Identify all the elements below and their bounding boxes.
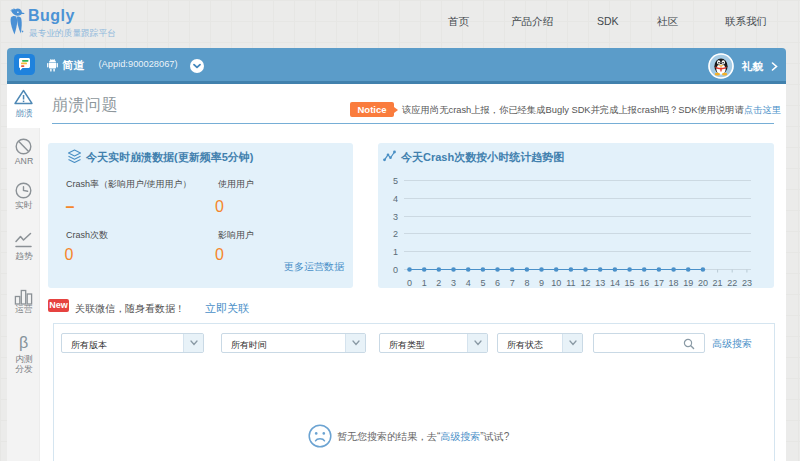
svg-text:2: 2 — [393, 229, 398, 239]
svg-text:19: 19 — [683, 278, 693, 288]
svg-text:21: 21 — [713, 278, 723, 288]
svg-text:8: 8 — [524, 278, 529, 288]
svg-text:7: 7 — [510, 278, 515, 288]
svg-text:3: 3 — [393, 212, 398, 222]
svg-text:4: 4 — [393, 194, 398, 204]
svg-text:16: 16 — [639, 278, 649, 288]
svg-text:17: 17 — [654, 278, 664, 288]
svg-text:10: 10 — [551, 278, 561, 288]
svg-text:18: 18 — [669, 278, 679, 288]
svg-text:9: 9 — [539, 278, 544, 288]
svg-text:11: 11 — [566, 278, 575, 288]
svg-text:14: 14 — [610, 278, 620, 288]
svg-text:5: 5 — [393, 176, 398, 186]
svg-text:13: 13 — [595, 278, 605, 288]
svg-text:12: 12 — [580, 278, 590, 288]
svg-text:22: 22 — [727, 278, 737, 288]
svg-text:0: 0 — [407, 278, 412, 288]
svg-text:2: 2 — [436, 278, 441, 288]
svg-text:0: 0 — [393, 265, 398, 275]
svg-text:20: 20 — [698, 278, 708, 288]
svg-text:3: 3 — [451, 278, 456, 288]
svg-text:23: 23 — [742, 278, 752, 288]
svg-text:1: 1 — [393, 247, 398, 257]
svg-text:1: 1 — [422, 278, 427, 288]
svg-text:5: 5 — [480, 278, 485, 288]
svg-text:4: 4 — [466, 278, 471, 288]
svg-text:6: 6 — [495, 278, 500, 288]
svg-text:15: 15 — [625, 278, 635, 288]
